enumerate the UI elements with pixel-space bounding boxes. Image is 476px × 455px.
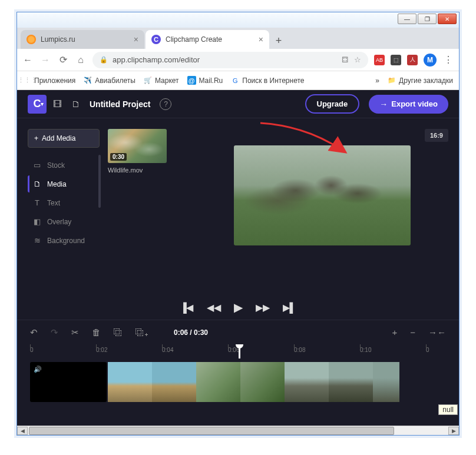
undo-button[interactable]: ↶ [30,327,38,338]
redo-button[interactable]: ↷ [51,327,58,338]
add-media-button[interactable]: +Add Media [28,129,100,148]
sidebar-item-media[interactable]: 🗋Media [28,175,100,192]
timeline-clip[interactable] [108,362,152,402]
bookmarks-overflow[interactable]: » [375,77,379,85]
timeline-clip[interactable] [285,362,329,402]
film-icon[interactable]: 🎞 [53,99,62,109]
home-icon[interactable]: ⌂ [75,55,87,65]
bookmark-aviatickets[interactable]: ✈️Авиабилеты [84,77,135,85]
horizontal-scrollbar[interactable]: ◀ ▶ [17,426,459,435]
preview-area: 16:9 [187,129,459,295]
timeline-ruler[interactable]: 0 0:02 0:04 0:06 0:08 0:10 0 [17,344,459,358]
ruler-mark: 0:10 [360,347,371,353]
sidebar-scrollbar[interactable] [98,155,101,208]
bookmark-market[interactable]: 🛒Маркет [144,77,179,85]
delete-button[interactable]: 🗑 [92,327,101,337]
audio-icon: 🔊 [34,366,42,373]
other-bookmarks[interactable]: 📁Другие закладки [388,77,453,85]
window-close-button[interactable]: ✕ [438,14,457,24]
scroll-left-button[interactable]: ◀ [17,427,28,435]
reload-icon[interactable]: ⟳ [57,54,69,65]
playhead[interactable] [239,344,240,358]
ruler-mark: 0 [426,347,429,353]
scroll-right-button[interactable]: ▶ [448,427,459,435]
document-icon[interactable]: 🗋 [71,99,80,109]
fast-forward-button[interactable]: ▶▶ [256,302,270,313]
zoom-in-button[interactable]: + [392,327,397,337]
playback-controls: ▐◀ ◀◀ ▶ ▶▶ ▶▌ [17,295,459,320]
timeline-toolbar: ↶ ↷ ✂ 🗑 ⿻ ⿻₊ 0:06 / 0:30 + − →← [17,320,459,344]
window-titlebar: — ❐ ✕ [17,12,459,28]
timeline-clip[interactable] [329,362,373,402]
video-preview[interactable] [234,145,411,245]
ruler-mark: 0 [30,347,34,353]
null-tooltip: null [438,404,458,415]
extension-pdf-icon[interactable]: 人 [407,55,418,65]
app-header: C ▾ 🎞 🗋 Untitled Project ? Upgrade Expor… [17,90,459,118]
sidebar-item-overlay[interactable]: ◧Overlay [28,213,100,230]
rewind-button[interactable]: ◀◀ [207,302,221,313]
media-icon: 🗋 [32,180,42,188]
timeline-track[interactable]: 🔊 [17,358,459,406]
tab-clipchamp[interactable]: C Clipchamp Create × [146,30,269,49]
clipchamp-favicon: C [151,35,161,44]
timeline-clip[interactable] [240,362,285,402]
text-icon: T [32,198,42,207]
stock-icon: ▭ [32,161,42,170]
logo-dropdown-icon[interactable]: ▾ [41,101,44,107]
upgrade-button[interactable]: Upgrade [305,94,360,114]
scroll-thumb[interactable] [29,427,394,435]
close-tab-icon[interactable]: × [259,35,263,44]
new-tab-button[interactable]: + [270,32,287,49]
star-icon[interactable]: ☆ [354,55,361,64]
back-icon[interactable]: ← [22,55,34,65]
address-bar[interactable]: 🔒 app.clipchamp.com/editor ⚃ ☆ [92,52,368,68]
plus-icon: + [34,134,38,142]
project-title[interactable]: Untitled Project [90,99,150,109]
sidebar-item-stock[interactable]: ▭Stock [28,157,100,174]
export-video-button[interactable]: Export video [369,95,448,114]
window-maximize-button[interactable]: ❐ [418,14,437,24]
ruler-mark: 0:02 [96,347,107,353]
help-icon[interactable]: ? [160,98,171,110]
profile-avatar[interactable]: M [424,54,437,67]
timeline-clip[interactable] [196,362,240,402]
extension-icon[interactable]: ⬚ [391,55,401,65]
zoom-out-button[interactable]: − [410,327,415,337]
clipchamp-logo[interactable]: C [28,95,47,114]
skip-start-button[interactable]: ▐◀ [180,302,193,313]
ruler-mark: 0:08 [294,347,305,353]
media-panel: 0:30 Wildlife.mov [108,129,178,295]
sidebar: +Add Media ▭Stock 🗋Media TText ◧Overlay … [28,129,100,295]
sidebar-item-text[interactable]: TText [28,194,100,211]
ruler-mark: 0:04 [162,347,173,353]
bookmark-mailru[interactable]: @Mail.Ru [187,76,223,85]
skip-end-button[interactable]: ▶▌ [283,302,296,313]
split-button[interactable]: ✂ [71,327,79,338]
play-button[interactable]: ▶ [234,300,243,314]
forward-icon[interactable]: → [39,55,51,65]
timeline-clip[interactable] [152,362,196,402]
zoom-fit-button[interactable]: →← [428,327,446,337]
close-tab-icon[interactable]: × [134,35,138,44]
media-thumbnail[interactable]: 0:30 [108,129,167,163]
time-display: 0:06 / 0:30 [174,328,208,337]
sidebar-item-background[interactable]: ≋Background [28,232,100,249]
bookmark-search[interactable]: GПоиск в Интернете [231,77,304,85]
translate-icon[interactable]: ⚃ [342,55,348,64]
aspect-ratio-button[interactable]: 16:9 [425,129,448,142]
audio-track-slot[interactable]: 🔊 [30,362,107,402]
duplicate-button[interactable]: ⿻₊ [135,327,149,337]
browser-toolbar: ← → ⟳ ⌂ 🔒 app.clipchamp.com/editor ⚃ ☆ A… [17,49,459,71]
background-icon: ≋ [32,236,42,245]
menu-icon[interactable]: ⋮ [442,54,454,65]
browser-tab-strip: Lumpics.ru × C Clipchamp Create × + [17,28,459,49]
extension-adblock-icon[interactable]: AB [374,55,385,65]
copy-button[interactable]: ⿻ [114,327,123,337]
tab-lumpics[interactable]: Lumpics.ru × [21,30,144,49]
bookmarks-bar: ⋮⋮⋮Приложения ✈️Авиабилеты 🛒Маркет @Mail… [17,71,459,90]
timeline-clip[interactable] [373,362,399,402]
lock-icon: 🔒 [100,56,108,64]
window-minimize-button[interactable]: — [398,14,416,24]
apps-bookmark[interactable]: ⋮⋮⋮Приложения [23,77,75,85]
